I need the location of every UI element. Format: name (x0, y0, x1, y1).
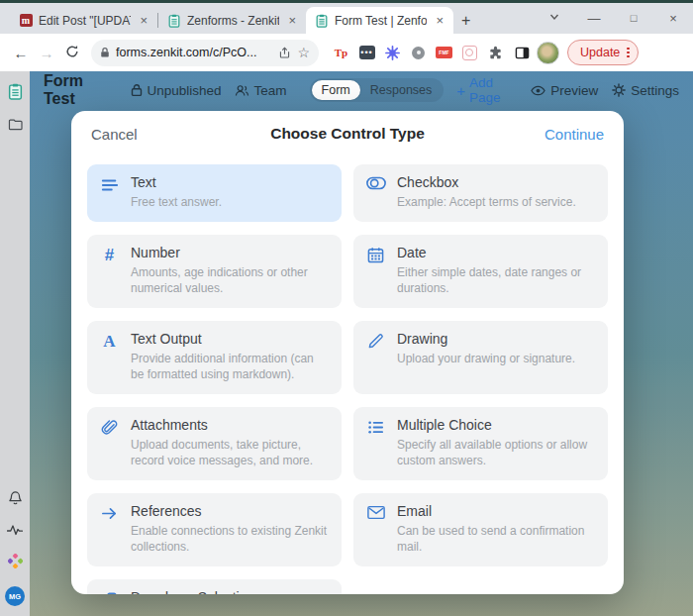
lock-icon (131, 83, 143, 97)
zenkit-suite-icon[interactable] (8, 554, 23, 568)
card-text: AttachmentsUpload documents, take pictur… (131, 417, 330, 469)
browser-toolbar: ← → forms.zenkit.com/c/PcO... ☆ Tp•••FMF… (0, 34, 693, 71)
pink-square-icon[interactable] (461, 45, 478, 61)
control-type-card[interactable]: Multiple ChoiceSpecify all available opt… (353, 407, 608, 480)
card-title: Date (397, 245, 596, 260)
control-type-card[interactable]: TextFree text answer. (87, 164, 342, 222)
tab-close-icon[interactable]: × (137, 13, 150, 28)
card-title: Email (397, 503, 596, 519)
panel-toggle-icon[interactable] (514, 45, 531, 61)
zenforms-favicon (315, 14, 329, 28)
card-description: Specify all available options or allow c… (397, 437, 596, 469)
card-title: Text Output (131, 331, 330, 347)
textblaze-icon[interactable]: Tp (333, 45, 349, 61)
main-area: Form Test Unpublished Team FormResponses… (30, 71, 693, 616)
minimize-button[interactable]: — (574, 11, 614, 26)
maketecheasier-favicon: m (19, 14, 33, 28)
tab-search-button[interactable] (535, 11, 574, 26)
control-type-card[interactable]: DateEither simple dates, date ranges or … (353, 235, 608, 308)
view-tab-form[interactable]: Form (312, 80, 360, 100)
folder-icon[interactable] (8, 118, 23, 131)
back-button[interactable]: ← (8, 45, 34, 61)
new-tab-button[interactable]: + (461, 12, 470, 30)
window-controls: —□× (535, 3, 693, 33)
burst-icon[interactable] (384, 45, 401, 61)
zenforms-logo-icon[interactable] (7, 83, 24, 100)
close-button[interactable]: × (653, 11, 693, 26)
card-description: Upload documents, take picture, record v… (131, 437, 330, 469)
card-description: Provide additional information (can be f… (131, 351, 330, 383)
control-type-card[interactable]: EmailCan be used to send a confirmation … (353, 493, 608, 566)
dark-dots-icon[interactable]: ••• (358, 45, 375, 61)
pencil-icon (365, 331, 386, 383)
maximize-button[interactable]: □ (614, 11, 653, 25)
activity-icon[interactable] (7, 524, 23, 536)
add-page-button[interactable]: + Add Page (456, 75, 517, 105)
calendar-icon (365, 245, 386, 297)
card-title: Number (131, 245, 330, 260)
profile-avatar[interactable] (537, 42, 559, 64)
card-text: CheckboxExample: Accept terms of service… (397, 174, 596, 211)
card-text: Dropdown SelectionA dropdown selection f… (131, 589, 330, 594)
publish-status-label: Unpublished (148, 83, 222, 98)
url-text[interactable]: forms.zenkit.com/c/PcO... (116, 46, 272, 59)
hash-icon: # (99, 245, 120, 297)
bell-icon[interactable] (8, 490, 23, 506)
forward-button[interactable]: → (34, 45, 59, 61)
add-page-label: Add Page (469, 75, 517, 105)
avatar-initials: MG (5, 586, 25, 606)
card-title: References (131, 503, 330, 519)
choose-control-type-modal: Cancel Choose Control Type Continue Text… (71, 111, 624, 594)
tab-close-icon[interactable]: × (433, 13, 446, 28)
card-description: Upload your drawing or signature. (397, 351, 596, 367)
update-label: Update (580, 46, 620, 59)
reload-button[interactable] (59, 45, 85, 61)
cancel-button[interactable]: Cancel (91, 126, 180, 143)
share-icon[interactable] (278, 47, 291, 59)
text-lines-icon (99, 174, 120, 211)
browser-tab[interactable]: mEdit Post "[UPDAT× (10, 7, 157, 34)
envelope-icon (365, 503, 386, 556)
control-type-card[interactable]: CheckboxExample: Accept terms of service… (353, 164, 608, 222)
settings-label: Settings (631, 83, 679, 98)
bookmark-star-icon[interactable]: ☆ (297, 45, 310, 60)
preview-button[interactable]: Preview (531, 83, 598, 98)
card-text: DateEither simple dates, date ranges or … (397, 245, 596, 297)
publish-status[interactable]: Unpublished (131, 83, 222, 98)
card-title: Attachments (131, 417, 330, 433)
control-type-card[interactable]: AText OutputProvide additional informati… (87, 321, 342, 394)
control-type-card[interactable]: DrawingUpload your drawing or signature. (353, 321, 608, 394)
puzzle-icon[interactable] (487, 45, 504, 61)
browser-tab[interactable]: Form Test | Zenfo× (306, 7, 453, 34)
view-switcher: FormResponses (310, 78, 445, 102)
card-title: Drawing (397, 331, 596, 347)
tab-strip: mEdit Post "[UPDAT×Zenforms - Zenkit×For… (0, 3, 693, 34)
continue-button[interactable]: Continue (515, 126, 604, 143)
browser-tab[interactable]: Zenforms - Zenkit× (158, 7, 306, 34)
control-type-card[interactable]: #NumberAmounts, age indications or other… (87, 235, 342, 308)
card-text: TextFree text answer. (131, 174, 330, 211)
page-title: Form Test (44, 72, 116, 108)
team-button[interactable]: Team (235, 83, 287, 98)
tab-close-icon[interactable]: × (285, 13, 299, 28)
control-type-card[interactable]: ReferencesEnable connections to existing… (87, 493, 342, 566)
browser-window: mEdit Post "[UPDAT×Zenforms - Zenkit×For… (0, 0, 693, 616)
paperclip-icon (99, 417, 120, 469)
update-button[interactable]: Update (567, 40, 639, 65)
lock-icon (100, 47, 110, 58)
control-type-card[interactable]: AttachmentsUpload documents, take pictur… (87, 407, 342, 480)
form-header: Form Test Unpublished Team FormResponses… (30, 71, 693, 109)
control-type-card[interactable]: Dropdown SelectionA dropdown selection f… (87, 579, 342, 594)
chrome-menu-icon[interactable] (627, 48, 630, 58)
app-sidebar: MG (0, 71, 30, 616)
address-bar[interactable]: forms.zenkit.com/c/PcO... ☆ (91, 40, 319, 66)
card-title: Checkbox (397, 174, 596, 190)
card-text: DrawingUpload your drawing or signature. (397, 331, 596, 383)
modal-header: Cancel Choose Control Type Continue (71, 111, 624, 156)
fmf-icon[interactable]: FMF (436, 45, 452, 61)
settings-button[interactable]: Settings (612, 83, 679, 98)
grey-circle-icon[interactable] (410, 45, 427, 61)
view-tab-responses[interactable]: Responses (360, 80, 443, 100)
tab-title: Zenforms - Zenkit (187, 14, 279, 28)
user-avatar[interactable]: MG (5, 586, 25, 606)
